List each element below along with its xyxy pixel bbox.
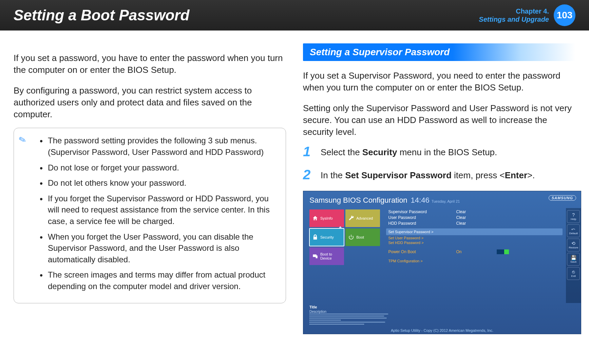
save-button[interactable]: 💾Save [567,253,580,266]
bios-footer: Aptio Setup Utility - Copy (C) 2012 Amer… [303,326,581,334]
page-title: Setting a Boot Password [14,7,479,24]
exit-icon: ⎋ [572,269,575,274]
section-heading: Setting a Supervisor Password [303,43,575,61]
exit-button[interactable]: ⎋Exit [567,267,580,280]
bios-set-user-password[interactable]: Set User Password > [388,236,563,240]
bios-header: Samsung BIOS Configuration 14:46 Tuesday… [303,191,581,208]
right-column: Setting a Supervisor Password If you set… [303,43,575,334]
chapter-line2: Settings and Upgrade [479,15,549,23]
step-2: 2 In the Set Supervisor Password item, p… [303,168,575,181]
note-item: The screen images and terms may differ f… [40,269,278,292]
intro-paragraph-2: By configuring a password, you can restr… [14,85,286,120]
home-icon [312,215,318,221]
svg-rect-1 [316,256,318,258]
bios-set-hdd-password[interactable]: Set HDD Password > [388,241,563,245]
step-text: In the Set Supervisor Password item, pre… [321,168,535,181]
note-item: Do not lose or forget your password. [40,162,278,174]
tile-advanced[interactable]: Advanced [345,209,380,227]
bios-power-on-boot: Power On Boot On [388,249,563,254]
note-box: ✎ The password setting provides the foll… [14,128,286,303]
section-paragraph-1: If you set a Supervisor Password, you ne… [303,70,575,94]
bios-screenshot: Samsung BIOS Configuration 14:46 Tuesday… [303,191,581,334]
bios-title: Samsung BIOS Configuration [309,196,407,205]
samsung-logo: SAMSUNG [549,195,576,201]
step-text: Select the Security menu in the BIOS Set… [321,145,497,158]
note-item: The password setting provides the follow… [40,135,278,158]
tile-boot-to-device[interactable]: Boot to Device [309,247,344,265]
restore-icon: ⟲ [571,241,575,246]
note-item: Do not let others know your password. [40,177,278,189]
tile-sysinfo[interactable]: SysInfo [309,209,344,227]
power-icon [348,234,354,240]
bios-side-buttons: ?Help ⤺Default ⟲Restore 💾Save ⎋Exit [566,208,581,303]
intro-paragraph-1: If you set a password, you have to enter… [14,52,286,76]
bios-status-row: User Password Clear [388,215,563,220]
section-paragraph-2: Setting only the Supervisor Password and… [303,102,575,138]
restore-button[interactable]: ⟲Restore [567,239,580,251]
wrench-icon [348,215,354,221]
page-header: Setting a Boot Password Chapter 4. Setti… [0,0,589,31]
device-icon [312,253,318,259]
bios-panel: Supervisor Password Clear User Password … [380,208,566,303]
tile-security[interactable]: Security [309,228,344,246]
bios-tpm-configuration[interactable]: TPM Configuration > [388,259,563,263]
bios-description-panel: Title Description [303,303,388,326]
toggle-switch[interactable] [497,249,509,254]
left-column: If you set a password, you have to enter… [14,43,286,334]
note-list: The password setting provides the follow… [22,135,278,292]
default-icon: ⤺ [571,227,575,231]
note-item: If you forget the Supervisor Password or… [40,193,278,227]
bios-nav-tiles: SysInfo Advanced Security Boot [309,208,380,303]
save-icon: 💾 [571,255,576,260]
step-number: 1 [303,145,315,158]
chapter-line1: Chapter 4. [479,7,549,15]
bios-status-row: HDD Password Clear [388,221,563,226]
lock-icon [312,234,318,240]
step-1: 1 Select the Security menu in the BIOS S… [303,145,575,158]
main-content: If you set a password, you have to enter… [0,31,589,334]
page-number-badge: 103 [554,4,575,26]
tile-boot[interactable]: Boot [345,228,380,246]
bios-time: 14:46 [411,196,430,205]
bios-date: Tuesday, April 21 [432,199,460,203]
note-item: When you forget the User Password, you c… [40,231,278,265]
bios-status-row: Supervisor Password Clear [388,209,563,214]
help-icon: ? [572,213,575,217]
bios-body: SysInfo Advanced Security Boot [303,208,581,303]
bios-set-supervisor-password[interactable]: Set Supervisor Password > [386,228,563,235]
step-number: 2 [303,168,315,181]
default-button[interactable]: ⤺Default [567,224,580,237]
help-button[interactable]: ?Help [567,210,580,223]
chapter-label: Chapter 4. Settings and Upgrade [479,7,549,23]
